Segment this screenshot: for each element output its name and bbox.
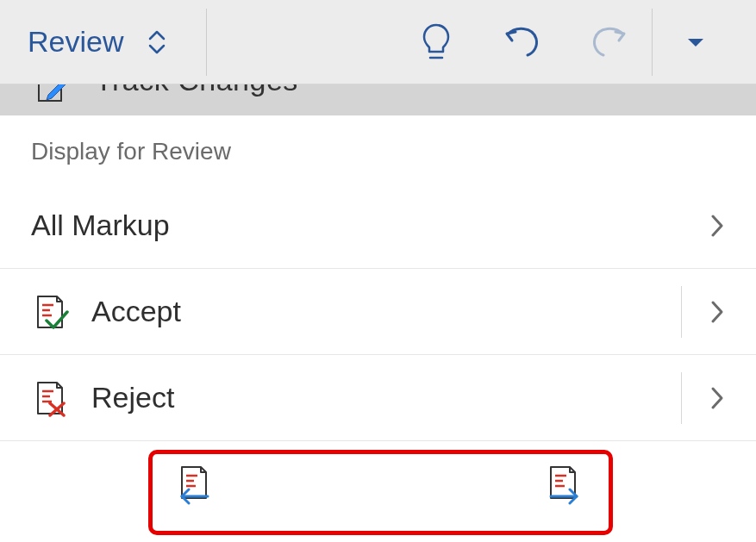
all-markup-row[interactable]: All Markup [0, 183, 756, 269]
accept-icon [31, 293, 74, 331]
svg-marker-1 [688, 39, 703, 47]
chevron-right-icon[interactable] [709, 299, 725, 325]
undo-icon [503, 25, 541, 59]
track-changes-row-partial: Track Changes [0, 84, 756, 115]
redo-button[interactable] [565, 0, 652, 84]
lightbulb-icon [421, 22, 452, 62]
chevron-up-icon [147, 29, 166, 41]
accept-label: Accept [91, 295, 681, 328]
reject-icon [31, 379, 74, 417]
display-for-review-label: Display for Review [0, 115, 756, 183]
reject-row[interactable]: Reject [0, 355, 756, 441]
track-changes-label: Track Changes [95, 84, 298, 97]
split-divider [681, 372, 682, 424]
lightbulb-button[interactable] [393, 0, 479, 84]
next-change-icon [542, 464, 584, 505]
reject-label: Reject [91, 381, 681, 414]
header-bar: Review [0, 0, 756, 84]
split-divider [681, 286, 682, 338]
header-actions [393, 0, 739, 84]
previous-change-icon [173, 464, 215, 505]
more-dropdown[interactable] [653, 0, 739, 84]
change-navigation-row [0, 441, 756, 530]
accept-row[interactable]: Accept [0, 269, 756, 355]
next-change-button[interactable] [542, 464, 584, 508]
tab-switcher[interactable] [147, 29, 166, 55]
undo-button[interactable] [479, 0, 565, 84]
chevron-down-icon [147, 43, 166, 55]
header-divider [206, 9, 207, 76]
chevron-right-icon [709, 213, 725, 239]
redo-icon [590, 25, 628, 59]
dropdown-triangle-icon [686, 36, 705, 48]
all-markup-label: All Markup [31, 209, 709, 242]
chevron-right-icon[interactable] [709, 385, 725, 411]
track-changes-icon [36, 84, 67, 107]
tab-review[interactable]: Review [28, 25, 123, 59]
previous-change-button[interactable] [173, 464, 215, 508]
